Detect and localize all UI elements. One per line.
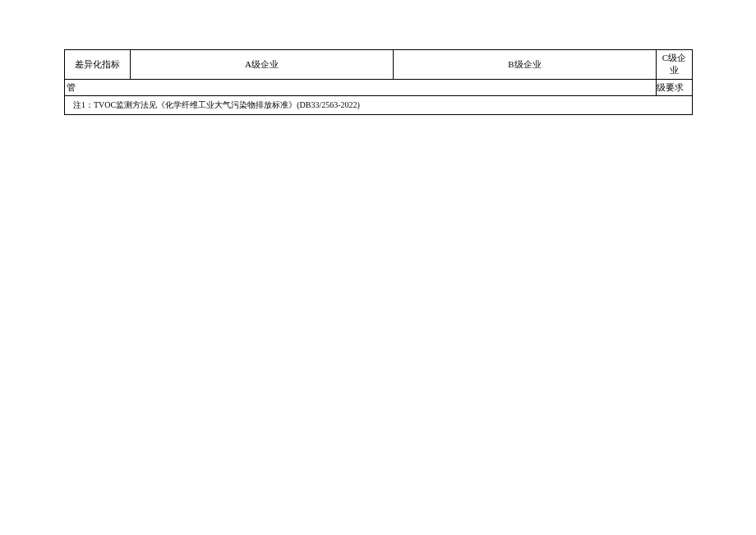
- header-col4: C级企业: [657, 50, 693, 80]
- note-row: 注1：TVOC监测方法见《化学纤维工业大气污染物排放标准》(DB33/2563-…: [65, 96, 693, 115]
- criteria-table: 差异化指标 A级企业 B级企业 C级企业 管 级要求 注1：TVOC监测方法见《…: [64, 49, 693, 115]
- content-left: 管: [65, 79, 657, 95]
- header-row: 差异化指标 A级企业 B级企业 C级企业: [65, 50, 693, 80]
- header-col1: 差异化指标: [65, 50, 131, 80]
- content-row: 管 级要求: [65, 79, 693, 95]
- content-right: 级要求: [657, 79, 693, 95]
- header-col3: B级企业: [394, 50, 657, 80]
- note-cell: 注1：TVOC监测方法见《化学纤维工业大气污染物排放标准》(DB33/2563-…: [65, 96, 693, 115]
- header-col2: A级企业: [131, 50, 394, 80]
